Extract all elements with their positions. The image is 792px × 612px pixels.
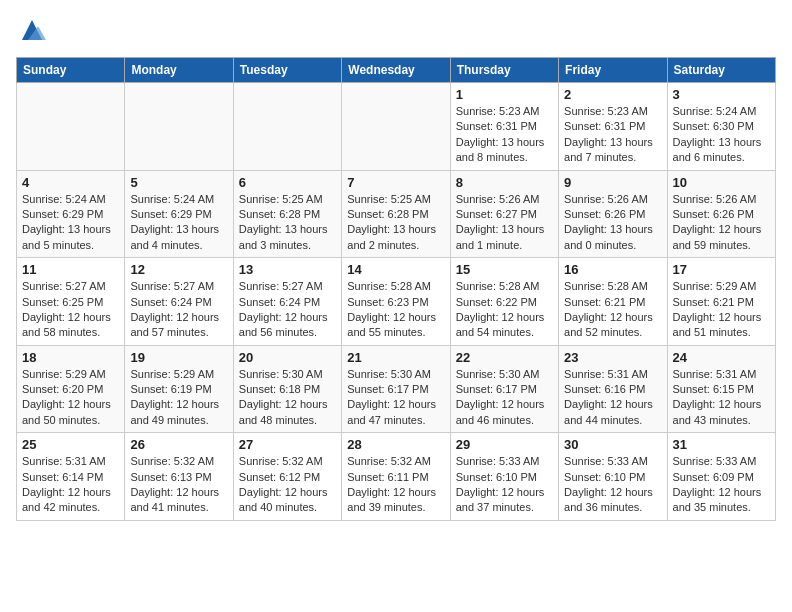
day-number: 5 [130, 175, 227, 190]
day-info: Sunrise: 5:33 AM Sunset: 6:10 PM Dayligh… [456, 454, 553, 516]
day-number: 30 [564, 437, 661, 452]
calendar-cell: 4Sunrise: 5:24 AM Sunset: 6:29 PM Daylig… [17, 170, 125, 258]
calendar-cell: 5Sunrise: 5:24 AM Sunset: 6:29 PM Daylig… [125, 170, 233, 258]
day-info: Sunrise: 5:32 AM Sunset: 6:11 PM Dayligh… [347, 454, 444, 516]
week-row-1: 1Sunrise: 5:23 AM Sunset: 6:31 PM Daylig… [17, 83, 776, 171]
day-info: Sunrise: 5:29 AM Sunset: 6:21 PM Dayligh… [673, 279, 770, 341]
calendar-cell: 1Sunrise: 5:23 AM Sunset: 6:31 PM Daylig… [450, 83, 558, 171]
day-info: Sunrise: 5:32 AM Sunset: 6:12 PM Dayligh… [239, 454, 336, 516]
day-number: 29 [456, 437, 553, 452]
calendar-cell: 27Sunrise: 5:32 AM Sunset: 6:12 PM Dayli… [233, 433, 341, 521]
week-row-3: 11Sunrise: 5:27 AM Sunset: 6:25 PM Dayli… [17, 258, 776, 346]
day-number: 11 [22, 262, 119, 277]
calendar-cell: 18Sunrise: 5:29 AM Sunset: 6:20 PM Dayli… [17, 345, 125, 433]
logo [16, 16, 46, 49]
calendar-cell: 30Sunrise: 5:33 AM Sunset: 6:10 PM Dayli… [559, 433, 667, 521]
calendar-cell [342, 83, 450, 171]
logo-icon [18, 16, 46, 44]
day-info: Sunrise: 5:26 AM Sunset: 6:27 PM Dayligh… [456, 192, 553, 254]
day-number: 6 [239, 175, 336, 190]
day-number: 23 [564, 350, 661, 365]
day-info: Sunrise: 5:24 AM Sunset: 6:30 PM Dayligh… [673, 104, 770, 166]
week-row-4: 18Sunrise: 5:29 AM Sunset: 6:20 PM Dayli… [17, 345, 776, 433]
day-number: 10 [673, 175, 770, 190]
day-info: Sunrise: 5:29 AM Sunset: 6:19 PM Dayligh… [130, 367, 227, 429]
calendar-cell [233, 83, 341, 171]
calendar-cell: 26Sunrise: 5:32 AM Sunset: 6:13 PM Dayli… [125, 433, 233, 521]
day-info: Sunrise: 5:27 AM Sunset: 6:24 PM Dayligh… [239, 279, 336, 341]
day-info: Sunrise: 5:26 AM Sunset: 6:26 PM Dayligh… [673, 192, 770, 254]
day-info: Sunrise: 5:24 AM Sunset: 6:29 PM Dayligh… [22, 192, 119, 254]
calendar-cell: 16Sunrise: 5:28 AM Sunset: 6:21 PM Dayli… [559, 258, 667, 346]
week-row-2: 4Sunrise: 5:24 AM Sunset: 6:29 PM Daylig… [17, 170, 776, 258]
calendar-cell: 24Sunrise: 5:31 AM Sunset: 6:15 PM Dayli… [667, 345, 775, 433]
day-number: 20 [239, 350, 336, 365]
day-info: Sunrise: 5:30 AM Sunset: 6:17 PM Dayligh… [456, 367, 553, 429]
calendar-cell: 13Sunrise: 5:27 AM Sunset: 6:24 PM Dayli… [233, 258, 341, 346]
calendar-cell: 6Sunrise: 5:25 AM Sunset: 6:28 PM Daylig… [233, 170, 341, 258]
day-number: 17 [673, 262, 770, 277]
weekday-friday: Friday [559, 58, 667, 83]
weekday-sunday: Sunday [17, 58, 125, 83]
calendar-body: 1Sunrise: 5:23 AM Sunset: 6:31 PM Daylig… [17, 83, 776, 521]
day-number: 24 [673, 350, 770, 365]
day-info: Sunrise: 5:27 AM Sunset: 6:24 PM Dayligh… [130, 279, 227, 341]
day-info: Sunrise: 5:28 AM Sunset: 6:22 PM Dayligh… [456, 279, 553, 341]
calendar-cell: 28Sunrise: 5:32 AM Sunset: 6:11 PM Dayli… [342, 433, 450, 521]
day-number: 25 [22, 437, 119, 452]
day-number: 21 [347, 350, 444, 365]
calendar-cell: 22Sunrise: 5:30 AM Sunset: 6:17 PM Dayli… [450, 345, 558, 433]
day-info: Sunrise: 5:23 AM Sunset: 6:31 PM Dayligh… [456, 104, 553, 166]
calendar-cell: 3Sunrise: 5:24 AM Sunset: 6:30 PM Daylig… [667, 83, 775, 171]
day-info: Sunrise: 5:28 AM Sunset: 6:21 PM Dayligh… [564, 279, 661, 341]
weekday-thursday: Thursday [450, 58, 558, 83]
day-info: Sunrise: 5:33 AM Sunset: 6:10 PM Dayligh… [564, 454, 661, 516]
day-info: Sunrise: 5:25 AM Sunset: 6:28 PM Dayligh… [239, 192, 336, 254]
day-number: 31 [673, 437, 770, 452]
day-number: 4 [22, 175, 119, 190]
day-number: 2 [564, 87, 661, 102]
day-info: Sunrise: 5:31 AM Sunset: 6:14 PM Dayligh… [22, 454, 119, 516]
day-info: Sunrise: 5:28 AM Sunset: 6:23 PM Dayligh… [347, 279, 444, 341]
day-number: 15 [456, 262, 553, 277]
calendar-table: SundayMondayTuesdayWednesdayThursdayFrid… [16, 57, 776, 521]
day-number: 7 [347, 175, 444, 190]
weekday-saturday: Saturday [667, 58, 775, 83]
day-info: Sunrise: 5:30 AM Sunset: 6:17 PM Dayligh… [347, 367, 444, 429]
calendar-cell: 25Sunrise: 5:31 AM Sunset: 6:14 PM Dayli… [17, 433, 125, 521]
day-info: Sunrise: 5:31 AM Sunset: 6:16 PM Dayligh… [564, 367, 661, 429]
day-number: 12 [130, 262, 227, 277]
calendar-cell: 19Sunrise: 5:29 AM Sunset: 6:19 PM Dayli… [125, 345, 233, 433]
page-header [16, 16, 776, 49]
day-info: Sunrise: 5:30 AM Sunset: 6:18 PM Dayligh… [239, 367, 336, 429]
calendar-cell: 12Sunrise: 5:27 AM Sunset: 6:24 PM Dayli… [125, 258, 233, 346]
day-info: Sunrise: 5:25 AM Sunset: 6:28 PM Dayligh… [347, 192, 444, 254]
day-info: Sunrise: 5:31 AM Sunset: 6:15 PM Dayligh… [673, 367, 770, 429]
calendar-cell: 31Sunrise: 5:33 AM Sunset: 6:09 PM Dayli… [667, 433, 775, 521]
day-number: 14 [347, 262, 444, 277]
day-number: 28 [347, 437, 444, 452]
calendar-cell: 7Sunrise: 5:25 AM Sunset: 6:28 PM Daylig… [342, 170, 450, 258]
day-number: 13 [239, 262, 336, 277]
weekday-monday: Monday [125, 58, 233, 83]
day-info: Sunrise: 5:24 AM Sunset: 6:29 PM Dayligh… [130, 192, 227, 254]
calendar-cell: 9Sunrise: 5:26 AM Sunset: 6:26 PM Daylig… [559, 170, 667, 258]
day-info: Sunrise: 5:27 AM Sunset: 6:25 PM Dayligh… [22, 279, 119, 341]
calendar-cell: 10Sunrise: 5:26 AM Sunset: 6:26 PM Dayli… [667, 170, 775, 258]
week-row-5: 25Sunrise: 5:31 AM Sunset: 6:14 PM Dayli… [17, 433, 776, 521]
calendar-cell: 15Sunrise: 5:28 AM Sunset: 6:22 PM Dayli… [450, 258, 558, 346]
day-number: 8 [456, 175, 553, 190]
calendar-cell: 8Sunrise: 5:26 AM Sunset: 6:27 PM Daylig… [450, 170, 558, 258]
day-number: 9 [564, 175, 661, 190]
weekday-tuesday: Tuesday [233, 58, 341, 83]
day-number: 22 [456, 350, 553, 365]
weekday-header-row: SundayMondayTuesdayWednesdayThursdayFrid… [17, 58, 776, 83]
calendar-cell: 17Sunrise: 5:29 AM Sunset: 6:21 PM Dayli… [667, 258, 775, 346]
calendar-cell: 11Sunrise: 5:27 AM Sunset: 6:25 PM Dayli… [17, 258, 125, 346]
day-info: Sunrise: 5:29 AM Sunset: 6:20 PM Dayligh… [22, 367, 119, 429]
calendar-cell: 23Sunrise: 5:31 AM Sunset: 6:16 PM Dayli… [559, 345, 667, 433]
day-info: Sunrise: 5:23 AM Sunset: 6:31 PM Dayligh… [564, 104, 661, 166]
calendar-cell: 21Sunrise: 5:30 AM Sunset: 6:17 PM Dayli… [342, 345, 450, 433]
day-info: Sunrise: 5:33 AM Sunset: 6:09 PM Dayligh… [673, 454, 770, 516]
calendar-cell: 14Sunrise: 5:28 AM Sunset: 6:23 PM Dayli… [342, 258, 450, 346]
